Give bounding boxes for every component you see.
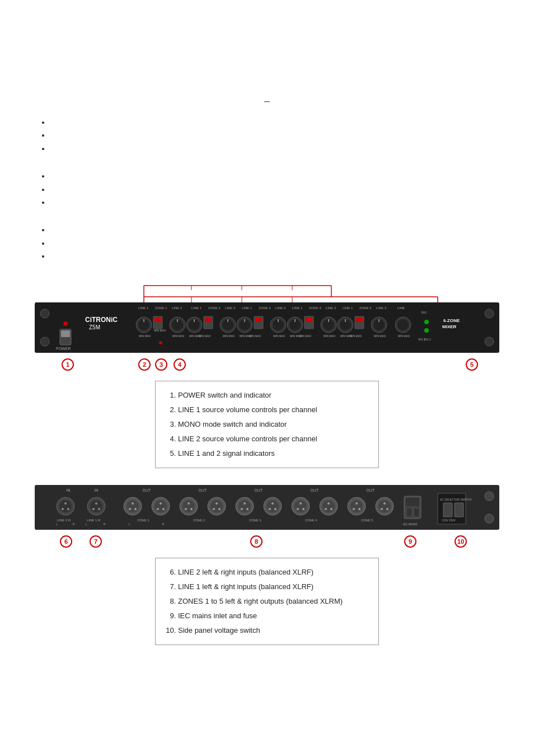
svg-text:SIG: SIG [421,311,427,314]
bullet-group-2 [34,170,500,209]
svg-rect-42 [205,318,212,322]
svg-rect-188 [407,508,411,516]
svg-text:LINE 2: LINE 2 [326,306,336,310]
svg-point-197 [485,514,494,523]
svg-rect-187 [406,498,419,506]
svg-point-162 [274,508,277,510]
callout-6: 6 [60,535,72,548]
svg-rect-194 [455,503,463,517]
svg-text:ZONE 1: ZONE 1 [137,519,149,522]
svg-text:LINE 1: LINE 1 [138,306,149,310]
legend-item-10: Side panel voltage switch [178,623,367,638]
bullet-item [50,196,500,209]
bullet-item [50,223,500,236]
svg-text:LINE 2: LINE 2 [275,306,286,310]
svg-text:MIN  MAX: MIN MAX [139,334,151,338]
svg-point-104 [159,341,162,344]
callout-4: 4 [174,358,186,371]
svg-text:ZONE 4: ZONE 4 [305,519,317,522]
legend-item-5: LINE 1 and 2 signal indicators [178,446,367,461]
legend-item-3: MONO mode switch and indicator [178,417,367,432]
legend-item-8: ZONES 1 to 5 left & right outputs (balan… [178,594,367,609]
legend-item-2: LINE 1 source volume controls per channe… [178,403,367,417]
svg-text:IN: IN [95,488,99,492]
legend-item-9: IEC mains inlet and fuse [178,609,367,623]
svg-text:OUT: OUT [311,488,320,492]
svg-point-171 [327,502,330,505]
svg-point-157 [246,508,249,510]
svg-point-149 [216,502,218,505]
svg-text:6-ZONE: 6-ZONE [443,318,460,323]
svg-point-150 [213,508,215,510]
svg-point-181 [378,500,391,512]
callout-5: 5 [466,358,478,371]
svg-text:L: L [56,522,58,526]
svg-point-178 [353,508,355,510]
svg-text:AC SELECTOR SWITCH: AC SELECTOR SWITCH [440,498,472,501]
svg-point-143 [182,500,195,512]
svg-point-13 [40,309,49,318]
svg-text:LINE 1: LINE 1 [242,306,252,310]
svg-point-135 [154,500,167,512]
svg-text:R: R [73,522,75,526]
bullet-item [50,250,500,263]
svg-point-14 [40,337,49,346]
svg-point-165 [294,500,307,512]
svg-point-159 [266,500,279,512]
svg-text:OUT: OUT [367,488,376,492]
svg-rect-17 [61,330,70,337]
svg-text:MIN  MAX: MIN MAX [273,334,285,338]
svg-text:MIN  MAX: MIN MAX [350,334,362,338]
svg-point-173 [330,508,332,510]
svg-text:MIN  MAX: MIN MAX [324,334,336,338]
svg-text:OUT: OUT [199,488,208,492]
svg-text:MIN  MAX: MIN MAX [223,334,235,338]
svg-text:ZONE 2: ZONE 2 [193,519,205,522]
callout-1: 1 [62,358,74,371]
svg-point-183 [381,508,383,510]
svg-text:MIN  MAX: MIN MAX [172,334,185,338]
svg-rect-193 [443,503,452,517]
bullet-item [50,129,500,142]
svg-text:IEC MAINS: IEC MAINS [403,522,418,526]
svg-text:L: L [86,522,87,526]
svg-point-148 [210,500,223,512]
svg-point-177 [355,502,358,505]
svg-text:115V  230V: 115V 230V [442,519,456,522]
bullet-item [50,237,500,250]
legend-item-7: LINE 1 left & right inputs (balanced XLR… [178,580,367,594]
svg-point-125 [98,508,100,510]
legend-item-1: POWER switch and indicator [178,388,367,403]
svg-text:L: L [129,522,130,526]
svg-point-132 [129,508,131,510]
svg-rect-28 [154,318,161,322]
svg-text:LINE 2 R: LINE 2 R [57,519,71,522]
svg-point-15 [63,321,68,326]
svg-text:MIN  MAX: MIN MAX [199,334,211,338]
bullet-item [50,183,500,196]
front-panel-legend: POWER switch and indicator LINE 1 source… [155,381,379,468]
svg-text:LINE 2: LINE 2 [376,306,387,310]
svg-text:ZONE 1: ZONE 1 [155,306,167,310]
svg-text:LINE 1 R: LINE 1 R [87,519,101,522]
svg-text:ZONE 2: ZONE 2 [208,306,221,310]
svg-point-182 [383,502,386,505]
svg-point-172 [325,508,327,510]
svg-text:Z5M: Z5M [89,324,100,330]
svg-text:OUT: OUT [255,488,264,492]
svg-rect-84 [356,318,363,322]
svg-point-102 [485,309,494,318]
svg-rect-189 [414,508,419,516]
bullet-group-1 [34,116,500,155]
svg-text:POWER: POWER [56,347,71,351]
rear-panel-diagram: IN IN OUT OUT OUT OUT OUT LINE 2 R L R [35,485,499,645]
svg-point-133 [134,508,137,510]
callout-2: 2 [138,358,151,371]
svg-point-114 [59,500,72,512]
svg-point-151 [218,508,221,510]
callout-8: 8 [250,535,263,548]
bullet-item [50,142,500,155]
rear-panel-legend: LINE 2 left & right inputs (balanced XLR… [155,558,379,645]
callout-9: 9 [404,535,416,548]
svg-point-145 [185,508,187,510]
